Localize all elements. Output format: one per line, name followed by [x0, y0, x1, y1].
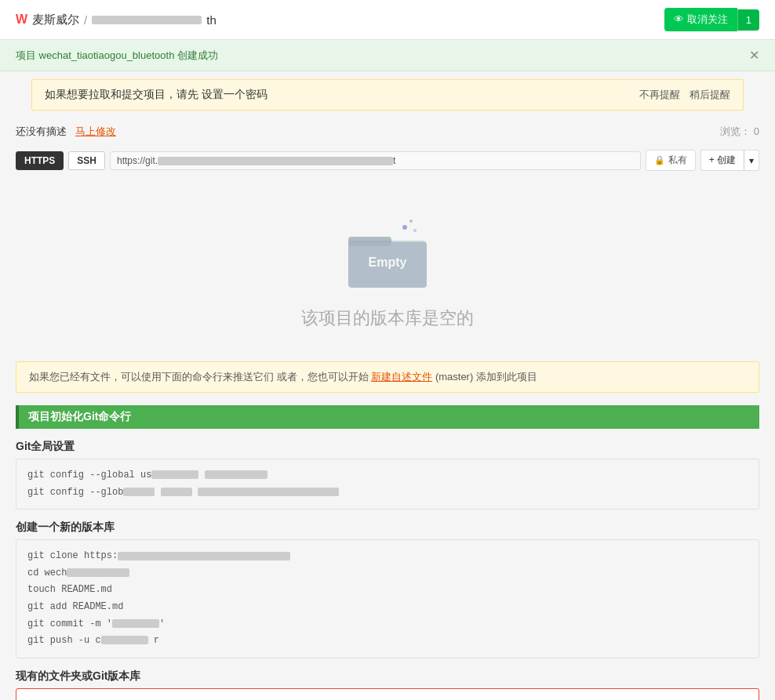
- create-button-group[interactable]: + 创建 ▾: [700, 150, 759, 171]
- repo-url-display[interactable]: https://git.t: [110, 151, 641, 170]
- success-banner: 项目 wechat_tiaotiaogou_bluetooth 创建成功 ✕: [0, 40, 775, 71]
- repo-meta-left: 还没有摘述 马上修改: [16, 125, 116, 139]
- remind-later-button[interactable]: 稍后提醒: [689, 88, 730, 102]
- follow-button-group[interactable]: 👁 取消关注 1: [664, 8, 759, 31]
- empty-folder-icon: Empty: [340, 213, 435, 292]
- svg-point-5: [413, 229, 417, 232]
- https-tab[interactable]: HTTPS: [16, 151, 64, 170]
- unfollow-button[interactable]: 👁 取消关注: [664, 8, 737, 31]
- warning-message: 如果想要拉取和提交项目，请先 设置一个密码: [45, 88, 267, 102]
- private-badge: 🔒 私有: [646, 150, 696, 171]
- existing-repo-title: 现有的文件夹或Git版本库: [16, 669, 759, 684]
- info-suffix: (master) 添加到此项目: [435, 371, 537, 383]
- warning-bar: 如果想要拉取和提交项目，请先 设置一个密码 不再提醒 稍后提醒: [31, 79, 744, 111]
- existing-repo-block: cd existing_ git init git remote ad git …: [16, 688, 759, 700]
- code-line: git config --glob: [27, 484, 748, 502]
- url-bar: HTTPS SSH https://git.t 🔒 私有 + 创建 ▾: [16, 145, 759, 176]
- repo-suffix: th: [206, 13, 216, 27]
- code-line: git push -u c r: [27, 633, 748, 650]
- git-section-title: 项目初始化Git命令行: [28, 410, 131, 424]
- header-left: W 麦斯威尔 / th: [16, 13, 216, 27]
- svg-point-3: [402, 225, 407, 230]
- new-readme-link[interactable]: 新建自述文件: [371, 371, 432, 383]
- new-repo-block: git clone https: cd wech touch README.md…: [16, 539, 759, 658]
- logo: W: [16, 13, 27, 27]
- views-label: 浏览：: [720, 125, 751, 137]
- create-dropdown-button[interactable]: ▾: [744, 150, 759, 171]
- empty-description: 该项目的版本库是空的: [16, 306, 759, 330]
- code-line: touch README.md: [27, 582, 748, 599]
- repo-meta-right: 浏览： 0: [720, 125, 759, 139]
- create-main-button[interactable]: + 创建: [700, 150, 744, 171]
- code-line: git add README.md: [27, 599, 748, 616]
- code-line: git clone https:: [27, 548, 748, 565]
- info-box: 如果您已经有文件，可以使用下面的命令行来推送它们 或者，您也可以开始 新建自述文…: [16, 361, 759, 393]
- lock-icon: 🔒: [654, 155, 665, 165]
- info-prefix: 如果您已经有文件，可以使用下面的命令行来推送它们 或者，您也可以开始: [29, 371, 369, 383]
- no-commits-text: 还没有摘述: [16, 125, 67, 137]
- repo-name-blurred: [92, 16, 202, 24]
- separator: /: [84, 13, 87, 27]
- ssh-tab[interactable]: SSH: [68, 151, 105, 170]
- success-text: 项目 wechat_tiaotiaogou_bluetooth 创建成功: [16, 49, 218, 63]
- follow-count: 1: [737, 9, 759, 31]
- svg-text:Empty: Empty: [369, 256, 407, 269]
- modify-now-link[interactable]: 马上修改: [75, 125, 116, 137]
- global-config-title: Git全局设置: [16, 440, 759, 454]
- code-line: git config --global us: [27, 467, 748, 484]
- code-line: cd wech: [27, 565, 748, 582]
- close-icon[interactable]: ✕: [749, 48, 759, 63]
- main-content: 如果想要拉取和提交项目，请先 设置一个密码 不再提醒 稍后提醒 还没有摘述 马上…: [0, 79, 775, 700]
- new-repo-title: 创建一个新的版本库: [16, 520, 759, 535]
- header: W 麦斯威尔 / th 👁 取消关注 1: [0, 0, 775, 40]
- code-line: cd existing_: [27, 697, 748, 700]
- dismiss-button[interactable]: 不再提醒: [639, 88, 680, 102]
- code-line: git commit -m '': [27, 616, 748, 633]
- svg-point-4: [409, 219, 413, 223]
- empty-state: Empty 该项目的版本库是空的: [16, 182, 759, 354]
- repo-meta: 还没有摘述 马上修改 浏览： 0: [16, 118, 759, 145]
- global-config-block: git config --global us git config --glob: [16, 459, 759, 510]
- private-label: 私有: [668, 154, 687, 167]
- username: 麦斯威尔: [32, 13, 79, 27]
- views-count: 0: [754, 125, 759, 137]
- set-password-link[interactable]: 设置一个密码: [202, 88, 267, 100]
- warning-prefix: 如果想要拉取和提交项目，请先: [45, 88, 198, 100]
- warning-actions: 不再提醒 稍后提醒: [639, 88, 730, 102]
- git-section-header: 项目初始化Git命令行: [16, 405, 759, 429]
